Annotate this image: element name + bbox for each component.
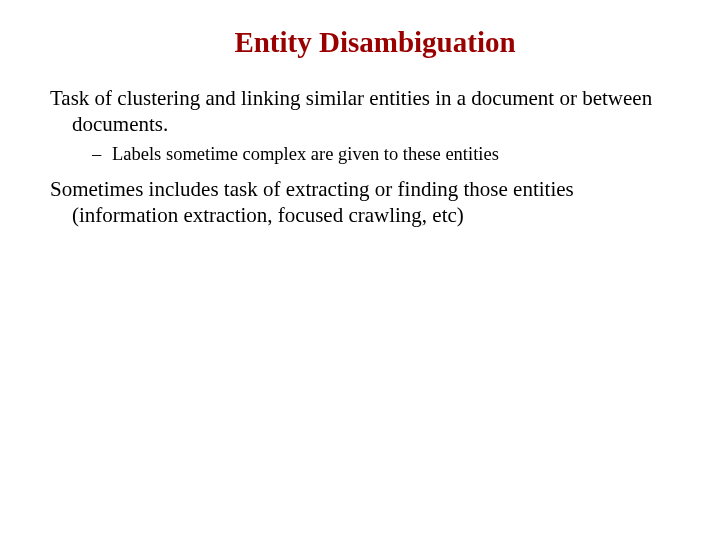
slide-title: Entity Disambiguation [120, 26, 630, 59]
bullet-level-2: – Labels sometime complex are given to t… [92, 142, 670, 166]
bullet-level-1: Sometimes includes task of extracting or… [50, 176, 670, 229]
dash-icon: – [92, 142, 112, 166]
bullet-level-2-text: Labels sometime complex are given to the… [112, 144, 499, 164]
bullet-level-1: Task of clustering and linking similar e… [50, 85, 670, 138]
